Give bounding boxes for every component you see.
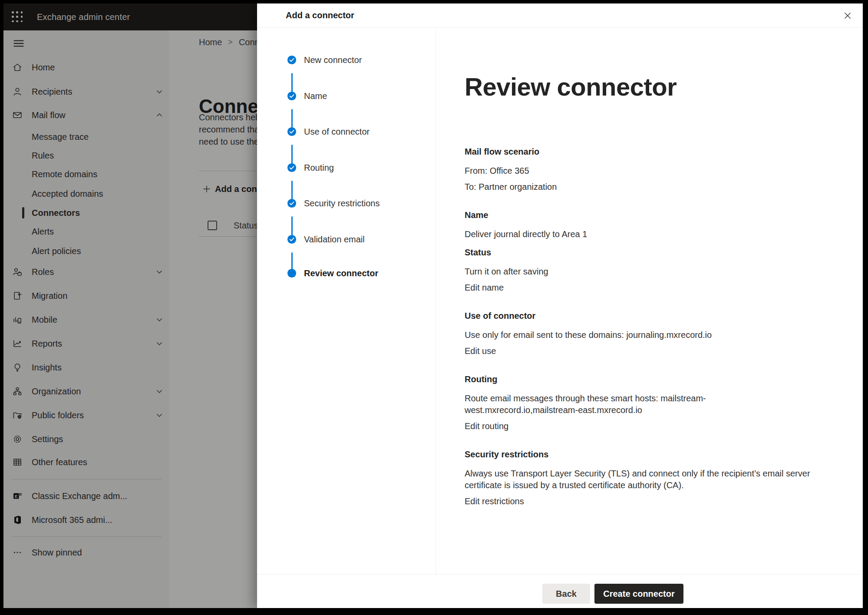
wizard-stepper: New connector Name Use of connector Rout… xyxy=(257,28,436,574)
back-button[interactable]: Back xyxy=(542,584,590,604)
edit-name-link[interactable]: Edit name xyxy=(465,282,812,294)
review-sections: Mail flow scenario From: Office 365 To: … xyxy=(465,146,812,524)
step-new-connector[interactable]: New connector xyxy=(257,53,436,66)
step-name[interactable]: Name xyxy=(257,89,436,102)
review-heading: Review connector xyxy=(465,72,677,101)
step-complete-icon xyxy=(287,91,297,101)
section-line: From: Office 365 xyxy=(465,165,812,177)
step-validation-email[interactable]: Validation email xyxy=(257,233,436,246)
section-heading: Security restrictions xyxy=(465,449,812,460)
step-review-connector[interactable]: Review connector xyxy=(257,267,436,280)
step-routing[interactable]: Routing xyxy=(257,161,436,174)
step-complete-icon xyxy=(287,127,297,136)
step-complete-icon xyxy=(287,198,297,208)
section-line: Turn it on after saving xyxy=(465,266,812,278)
section-mail-flow-scenario: Mail flow scenario From: Office 365 To: … xyxy=(465,146,812,193)
edit-routing-link[interactable]: Edit routing xyxy=(465,420,812,432)
section-heading: Name xyxy=(465,209,812,221)
close-icon[interactable] xyxy=(841,9,854,22)
step-security-restrictions[interactable]: Security restrictions xyxy=(257,197,436,210)
section-line: To: Partner organization xyxy=(465,181,812,193)
dialog-footer: Back Create connector xyxy=(257,574,863,608)
step-complete-icon xyxy=(287,163,297,172)
step-current-icon xyxy=(287,268,297,278)
step-complete-icon xyxy=(287,235,297,244)
step-complete-icon xyxy=(287,55,297,65)
section-heading: Use of connector xyxy=(465,310,812,322)
step-use-of-connector[interactable]: Use of connector xyxy=(257,125,436,138)
dialog-header: Add a connector xyxy=(257,3,863,28)
section-line: Deliver journal directly to Area 1 xyxy=(465,228,812,240)
section-security-restrictions: Security restrictions Always use Transpo… xyxy=(465,449,812,507)
section-routing: Routing Route email messages through the… xyxy=(465,374,812,432)
section-subheading: Status xyxy=(465,247,812,258)
section-line: Use only for email sent to these domains… xyxy=(465,329,812,341)
section-line: Route email messages through these smart… xyxy=(465,393,812,416)
section-line: Always use Transport Layer Security (TLS… xyxy=(465,468,812,491)
create-connector-button[interactable]: Create connector xyxy=(594,584,683,604)
section-use-of-connector: Use of connector Use only for email sent… xyxy=(465,310,812,357)
dialog-title: Add a connector xyxy=(286,10,354,20)
section-heading: Routing xyxy=(465,374,812,385)
section-heading: Mail flow scenario xyxy=(465,146,812,158)
add-connector-dialog: Add a connector New connector Name Use o… xyxy=(257,3,863,608)
edit-use-link[interactable]: Edit use xyxy=(465,345,812,357)
edit-restrictions-link[interactable]: Edit restrictions xyxy=(465,496,812,507)
section-name: Name Deliver journal directly to Area 1 … xyxy=(465,209,812,294)
app-frame: Exchange admin center Home Recipients Ma… xyxy=(3,3,863,608)
